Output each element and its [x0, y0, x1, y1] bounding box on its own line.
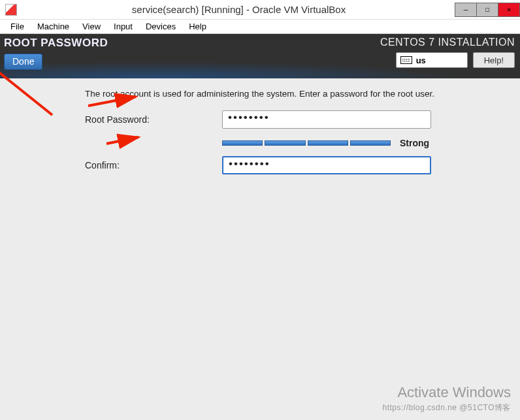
- watermark-line1: Activate Windows: [382, 384, 511, 401]
- minimize-button[interactable]: —: [455, 3, 477, 17]
- close-button[interactable]: ✕: [498, 3, 520, 17]
- keyboard-layout-label: us: [416, 56, 426, 65]
- page-title: ROOT PASSWORD: [4, 37, 108, 50]
- menu-machine[interactable]: Machine: [31, 20, 76, 33]
- root-password-row: Root Password: ••••••••: [85, 110, 520, 129]
- password-strength-label: Strong: [400, 138, 429, 148]
- watermark: Activate Windows https://blog.csdn.ne @5…: [382, 384, 511, 413]
- menu-help[interactable]: Help: [182, 20, 213, 33]
- maximize-button[interactable]: ☐: [476, 3, 498, 17]
- annotation-arrow-icon: [105, 132, 144, 149]
- menu-devices[interactable]: Devices: [139, 20, 182, 33]
- confirm-password-input[interactable]: ••••••••: [222, 156, 431, 174]
- keyboard-icon: [400, 56, 412, 64]
- meter-segment: [308, 140, 348, 146]
- meter-segment: [265, 140, 305, 146]
- svg-line-2: [106, 137, 138, 144]
- installation-title: CENTOS 7 INSTALLATION: [380, 37, 515, 48]
- virtualbox-app-icon: [5, 4, 17, 16]
- done-button[interactable]: Done: [4, 54, 42, 70]
- window-titlebar: service(search) [Running] - Oracle VM Vi…: [0, 0, 520, 20]
- confirm-password-label: Confirm:: [85, 160, 222, 170]
- menu-view[interactable]: View: [76, 20, 107, 33]
- confirm-password-row: Confirm: ••••••••: [85, 156, 520, 174]
- installer-header: ROOT PASSWORD Done CENTOS 7 INSTALLATION…: [0, 34, 520, 78]
- window-title: service(search) [Running] - Oracle VM Vi…: [22, 4, 455, 15]
- watermark-line2: https://blog.csdn.ne @51CTO博客: [382, 402, 511, 413]
- help-button[interactable]: Help!: [473, 52, 515, 68]
- menu-input[interactable]: Input: [107, 20, 139, 33]
- keyboard-layout-selector[interactable]: us: [396, 52, 468, 68]
- menubar: File Machine View Input Devices Help: [0, 20, 520, 34]
- root-password-label: Root Password:: [85, 114, 222, 125]
- meter-segment: [222, 140, 263, 146]
- menu-file[interactable]: File: [4, 20, 31, 33]
- window-controls: — ☐ ✕: [455, 3, 520, 17]
- root-password-input[interactable]: ••••••••: [222, 110, 431, 129]
- description-text: The root account is used for administeri…: [85, 89, 520, 99]
- meter-segment: [350, 140, 391, 146]
- installer-body: The root account is used for administeri…: [0, 78, 520, 420]
- password-strength-meter: [222, 140, 391, 146]
- password-strength-row: Strong: [222, 138, 520, 148]
